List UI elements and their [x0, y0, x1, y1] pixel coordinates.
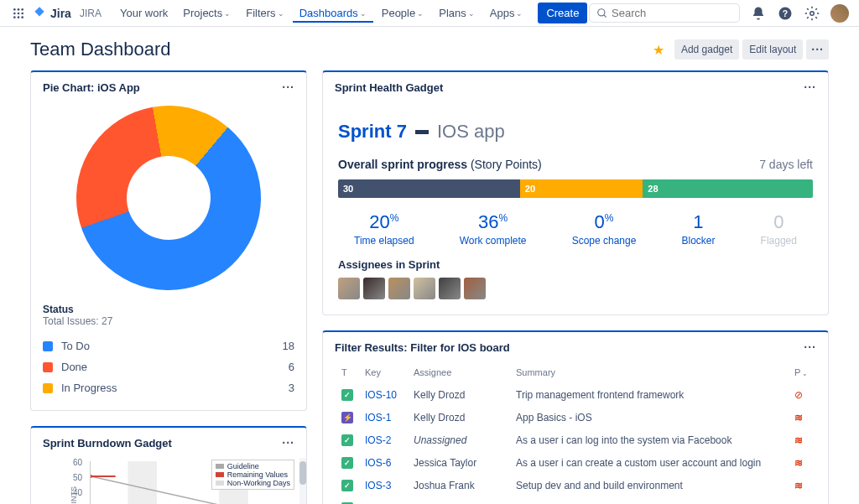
assignee-avatar[interactable]: [464, 278, 486, 299]
sort-chevron-icon: ⌄: [802, 370, 808, 377]
progress-segment: 28: [643, 179, 813, 198]
sprint-app-name: IOS app: [437, 121, 505, 143]
legend-swatch: [43, 362, 53, 372]
col-key[interactable]: Key: [360, 364, 407, 382]
issue-key[interactable]: IOS-6: [365, 457, 391, 469]
svg-point-4: [18, 12, 20, 14]
sprint-stat[interactable]: 0%Scope change: [572, 211, 637, 247]
svg-point-1: [18, 8, 20, 11]
brand-text: Jira: [50, 7, 71, 20]
table-row[interactable]: ✓IOS-3Joshua FrankSetup dev and and buil…: [336, 475, 815, 496]
col-assignee[interactable]: Assignee: [409, 364, 509, 382]
svg-point-18: [91, 475, 92, 478]
sprint-name[interactable]: Sprint 7: [338, 121, 407, 143]
svg-point-9: [598, 8, 605, 15]
svg-rect-14: [128, 461, 157, 504]
brand-subtext: JIRA: [80, 8, 102, 19]
col-priority[interactable]: P⌄: [789, 364, 815, 382]
nav-item-people[interactable]: People⌄: [375, 3, 430, 23]
nav-item-apps[interactable]: Apps⌄: [483, 3, 530, 23]
user-avatar[interactable]: [830, 4, 849, 23]
stat-value: 0: [761, 211, 797, 233]
scrollbar[interactable]: [299, 458, 306, 504]
create-button[interactable]: Create: [538, 3, 587, 23]
stat-label: Flagged: [761, 235, 797, 247]
svg-point-3: [13, 12, 16, 14]
table-row[interactable]: ✓IOS-6Jessica TaylorAs a user i can crea…: [336, 452, 815, 473]
settings-icon[interactable]: [804, 5, 820, 22]
y-tick: 60: [73, 458, 82, 473]
col-type[interactable]: T: [336, 364, 358, 382]
gadget-more-icon[interactable]: ···: [804, 340, 816, 354]
issue-type-icon: ✓: [341, 480, 353, 491]
issue-summary[interactable]: Setup dev and and build environment: [511, 475, 788, 496]
issue-summary[interactable]: As a user i can log into the system via …: [511, 497, 788, 504]
issue-assignee[interactable]: Jessica Taylor: [409, 452, 509, 473]
nav-item-label: People: [382, 7, 415, 19]
nav-item-plans[interactable]: Plans⌄: [432, 3, 482, 23]
legend-label: To Do: [61, 340, 90, 352]
legend-label: Remaining Values: [227, 470, 288, 479]
add-gadget-button[interactable]: Add gadget: [674, 39, 739, 60]
assignee-avatar[interactable]: [414, 278, 435, 299]
table-row[interactable]: ⚡IOS-1Kelly DrozdApp Basics - iOS≋: [336, 407, 815, 428]
gadget-more-icon[interactable]: ···: [282, 81, 294, 94]
issue-summary[interactable]: App Basics - iOS: [511, 407, 788, 428]
col-summary[interactable]: Summary: [511, 364, 788, 382]
jira-logo[interactable]: Jira: [32, 6, 71, 21]
sprint-stat[interactable]: 20%Time elapsed: [354, 211, 414, 247]
issue-summary[interactable]: As a user i can create a custom user acc…: [511, 452, 788, 473]
legend-label: Guideline: [227, 462, 259, 470]
edit-layout-button[interactable]: Edit layout: [742, 39, 803, 60]
svg-point-6: [13, 16, 16, 18]
table-row[interactable]: ✓IOS-2UnassignedAs a user i can log into…: [336, 429, 815, 450]
app-switcher-icon[interactable]: [10, 5, 27, 22]
nav-item-label: Apps: [490, 7, 515, 19]
nav-item-filters[interactable]: Filters⌄: [239, 3, 290, 23]
issue-assignee[interactable]: Kelly Drozd: [409, 384, 509, 405]
star-icon[interactable]: ★: [653, 42, 664, 58]
issue-type-icon: ✓: [341, 389, 353, 401]
priority-highest-icon: ≋: [794, 412, 803, 423]
chevron-down-icon: ⌄: [516, 9, 523, 18]
issue-key[interactable]: IOS-3: [365, 480, 391, 491]
svg-point-13: [810, 11, 815, 15]
issue-assignee[interactable]: Joshua Frank: [409, 475, 509, 496]
notifications-icon[interactable]: [750, 5, 767, 22]
issue-type-icon: ✓: [341, 434, 353, 446]
search-input[interactable]: [612, 7, 729, 19]
nav-item-dashboards[interactable]: Dashboards⌄: [293, 3, 373, 23]
legend-count: 3: [289, 382, 294, 394]
issue-summary[interactable]: As a user i can log into the system via …: [511, 429, 788, 450]
svg-text:?: ?: [783, 8, 788, 18]
pie-chart-gadget: Pie Chart: iOS App ··· Status Total Issu…: [30, 70, 307, 411]
issues-table: T Key Assignee Summary P⌄ ✓IOS-10Kelly D…: [335, 362, 816, 504]
legend-row: To Do18: [43, 335, 294, 356]
issue-type-icon: ✓: [341, 457, 353, 469]
nav-item-label: Projects: [183, 7, 222, 19]
issue-assignee[interactable]: Sally Stone: [409, 497, 509, 504]
gadget-more-icon[interactable]: ···: [282, 436, 294, 449]
table-row[interactable]: ✓IOS-10Kelly DrozdTrip management fronte…: [336, 384, 815, 405]
issue-key[interactable]: IOS-10: [365, 389, 397, 401]
issue-summary[interactable]: Trip management frontend framework: [511, 384, 788, 405]
help-icon[interactable]: ?: [777, 5, 794, 22]
assignee-avatar[interactable]: [439, 278, 461, 299]
sprint-stat[interactable]: 1Blocker: [681, 211, 715, 247]
issue-assignee[interactable]: Unassigned: [409, 429, 509, 450]
nav-item-projects[interactable]: Projects⌄: [176, 3, 237, 23]
sprint-stat[interactable]: 0Flagged: [761, 211, 797, 247]
issue-assignee[interactable]: Kelly Drozd: [409, 407, 509, 428]
gadget-more-icon[interactable]: ···: [804, 81, 816, 94]
table-row[interactable]: ✓IOS-5Sally StoneAs a user i can log int…: [336, 497, 815, 504]
sprint-stat[interactable]: 36%Work complete: [460, 211, 527, 247]
nav-item-label: Dashboards: [299, 7, 358, 19]
assignee-avatar[interactable]: [363, 278, 385, 299]
dashboard-more-icon[interactable]: ···: [806, 39, 829, 60]
assignee-avatar[interactable]: [388, 278, 410, 299]
issue-key[interactable]: IOS-2: [365, 434, 391, 446]
issue-key[interactable]: IOS-1: [365, 412, 391, 423]
global-search[interactable]: [589, 3, 740, 23]
assignee-avatar[interactable]: [338, 278, 360, 299]
nav-item-your-work[interactable]: Your work: [113, 3, 174, 23]
